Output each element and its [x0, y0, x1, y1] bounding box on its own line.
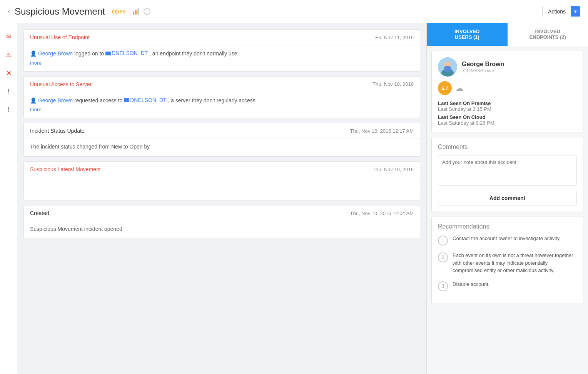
signal-icon	[133, 8, 139, 15]
event-description-3: The incident status changed from New to …	[30, 143, 414, 151]
right-panel: INVOLVEDUSERS (1) INVOLVEDENDPOINTS (2)	[426, 23, 588, 374]
event-card-unusual-endpoint: Unusual Use of Endpoint Fri, Nov 11, 201…	[23, 29, 420, 72]
event-description-2: 👤 George Brown requested access to DNELS…	[30, 96, 414, 105]
last-seen-premise: Last Seen On Premise Last Sunday at 2:15…	[438, 100, 577, 112]
last-seen-cloud-time: Last Saturday at 9:26 PM	[438, 120, 577, 126]
event-title-2: Unusual Access to Server	[30, 81, 92, 87]
rec-number-1: 1	[438, 235, 448, 245]
user-link-george[interactable]: George Brown	[38, 50, 73, 57]
event-title-4: Suspicious Lateral Movement	[30, 166, 101, 172]
last-seen-cloud: Last Seen On Cloud Last Saturday at 9:26…	[438, 114, 577, 126]
rec-item-1: 1 Contact the account owner to investiga…	[438, 235, 577, 245]
event-header-3: Incident Status Update Thu, Nov 10, 2016…	[24, 123, 420, 139]
rec-item-2: 2 Each event on its own is not a threat …	[438, 252, 577, 274]
event-card-lateral: Suspicious Lateral Movement Thu, Nov 10,…	[23, 161, 420, 200]
sidebar-icon-exclaim1[interactable]: !	[0, 82, 17, 101]
tab-users-label: INVOLVEDUSERS (1)	[454, 28, 480, 40]
header-left: ‹ Suspicious Movement Open i	[8, 6, 150, 17]
event-card-unusual-server: Unusual Access to Server Thu, Nov 10, 20…	[23, 76, 420, 119]
comment-input[interactable]	[438, 155, 577, 186]
rec-item-3: 3 Disable account.	[438, 280, 577, 291]
risk-score-badge: 5.7	[438, 81, 452, 95]
rec-number-3: 3	[438, 281, 448, 291]
endpoint-link-dnelson-2[interactable]: DNELSON_DT	[130, 96, 166, 104]
event-header-2: Unusual Access to Server Thu, Nov 10, 20…	[24, 77, 420, 92]
sidebar-icon-envelope[interactable]: ✉	[0, 27, 17, 45]
avatar	[438, 57, 457, 77]
main-content: Unusual Use of Endpoint Fri, Nov 11, 201…	[17, 23, 426, 374]
svg-point-3	[444, 66, 451, 72]
page-header: ‹ Suspicious Movement Open i Actions ▾	[0, 0, 588, 23]
more-link-2[interactable]: more	[30, 107, 42, 112]
user-metrics: 5.7 ☁	[438, 81, 577, 95]
comments-title: Comments	[438, 144, 577, 150]
event-header-5: Created Thu, Nov 10, 2016 12:04 AM	[24, 205, 420, 221]
add-comment-button[interactable]: Add comment	[438, 191, 577, 205]
sidebar-icon-warning[interactable]: ⚠	[0, 45, 17, 64]
user-info: George Brown .COM\GBrown	[438, 57, 577, 77]
page-title: Suspicious Movement	[15, 6, 105, 17]
sidebar-icons: ✉ ⚠ ✕ ! !	[0, 23, 17, 374]
tab-endpoints-label: INVOLVEDENDPOINTS (2)	[530, 28, 566, 40]
event-header-4: Suspicious Lateral Movement Thu, Nov 10,…	[24, 162, 420, 177]
tab-involved-endpoints[interactable]: INVOLVEDENDPOINTS (2)	[508, 23, 588, 46]
cloud-icon: ☁	[456, 83, 463, 93]
event-title-5: Created	[30, 210, 49, 216]
recommendations-section: Recommendations 1 Contact the account ow…	[431, 217, 583, 304]
actions-caret-button[interactable]: ▾	[571, 6, 580, 17]
event-date-4: Thu, Nov 10, 2016	[373, 167, 414, 172]
event-body-4	[24, 177, 420, 200]
back-button[interactable]: ‹	[8, 7, 10, 15]
rec-text-3: Disable account.	[453, 280, 489, 288]
open-badge: Open	[112, 8, 126, 15]
event-body-5: Suspicious Movement incident opened	[24, 221, 420, 239]
avatar-image	[438, 57, 457, 77]
recommendations-title: Recommendations	[438, 223, 577, 230]
tabs-container: INVOLVEDUSERS (1) INVOLVEDENDPOINTS (2)	[427, 23, 588, 46]
event-body: 👤 George Brown logged on to DNELSON_DT ,…	[24, 45, 420, 71]
event-body-3: The incident status changed from New to …	[24, 139, 420, 156]
event-body-2: 👤 George Brown requested access to DNELS…	[24, 92, 420, 118]
tab-involved-users[interactable]: INVOLVEDUSERS (1)	[427, 23, 508, 46]
main-layout: ✉ ⚠ ✕ ! ! Unusual Use of Endpoint Fri, N…	[0, 23, 588, 374]
event-date: Fri, Nov 11, 2016	[375, 35, 414, 40]
user-details: George Brown .COM\GBrown	[462, 61, 504, 73]
endpoint-link-dnelson[interactable]: DNELSON_DT	[112, 49, 148, 57]
sidebar-icon-times[interactable]: ✕	[0, 64, 17, 82]
event-date-5: Thu, Nov 10, 2016 12:04 AM	[350, 210, 414, 216]
event-card-status-update: Incident Status Update Thu, Nov 10, 2016…	[23, 123, 420, 157]
event-date-3: Thu, Nov 10, 2016 12:17 AM	[350, 128, 414, 134]
actions-button-group[interactable]: Actions ▾	[542, 6, 580, 17]
last-seen-cloud-label: Last Seen On Cloud	[438, 114, 577, 120]
event-header: Unusual Use of Endpoint Fri, Nov 11, 201…	[24, 30, 420, 45]
user-link-george-2[interactable]: George Brown	[38, 97, 73, 103]
info-icon[interactable]: i	[144, 8, 150, 15]
event-card-created: Created Thu, Nov 10, 2016 12:04 AM Suspi…	[23, 205, 420, 239]
event-title: Unusual Use of Endpoint	[30, 34, 90, 40]
rec-text-2: Each event on its own is not a threat ho…	[453, 252, 577, 274]
comments-section: Comments Add comment	[431, 137, 583, 212]
user-name: George Brown	[462, 61, 504, 68]
rec-text-1: Contact the account owner to investigate…	[453, 235, 561, 242]
last-seen-premise-time: Last Sunday at 2:15 PM	[438, 106, 577, 112]
last-seen-premise-label: Last Seen On Premise	[438, 100, 577, 106]
seen-info: Last Seen On Premise Last Sunday at 2:15…	[438, 100, 577, 126]
event-date-2: Thu, Nov 10, 2016	[373, 81, 414, 87]
user-domain: .COM\GBrown	[462, 68, 504, 73]
sidebar-icon-exclaim2[interactable]: !	[0, 101, 17, 119]
rec-number-2: 2	[438, 252, 448, 262]
event-description-5: Suspicious Movement incident opened	[30, 225, 414, 233]
more-link-1[interactable]: more	[30, 60, 42, 66]
event-title-3: Incident Status Update	[30, 128, 85, 134]
actions-main-button[interactable]: Actions	[543, 6, 571, 17]
user-section: George Brown .COM\GBrown 5.7 ☁ Last Seen…	[431, 51, 583, 132]
event-description: 👤 George Brown logged on to DNELSON_DT ,…	[30, 49, 414, 58]
